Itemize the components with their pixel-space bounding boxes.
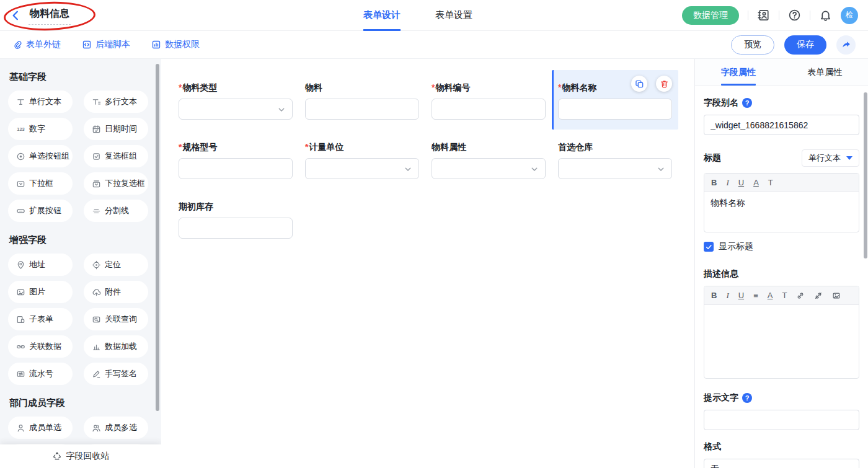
sidebar-item-number[interactable]: 数字 (8, 118, 73, 140)
preview-button[interactable]: 预览 (731, 35, 774, 55)
field-library-sidebar: 基础字段 单行文本 多行文本 数字 日期时间 单选按钮组 复选框组 下拉框 下拉… (0, 59, 161, 468)
back-button[interactable] (10, 9, 22, 22)
form-external-link[interactable]: 表单外链 (12, 39, 61, 50)
font-color-icon[interactable]: A (768, 291, 773, 299)
text-input-control[interactable] (179, 158, 293, 179)
sidebar-item-multi-line-text[interactable]: 多行文本 (84, 91, 148, 113)
text-input-control[interactable] (305, 99, 419, 120)
align-icon[interactable]: ≡ (753, 291, 758, 299)
sidebar-item-single-line-text[interactable]: 单行文本 (8, 91, 73, 113)
title-row: 标题 单行文本 (704, 149, 859, 167)
insert-image-icon[interactable] (832, 291, 841, 300)
delete-field-button[interactable] (656, 76, 672, 92)
sidebar-scrollbar[interactable] (156, 64, 159, 411)
help-icon[interactable] (788, 9, 801, 22)
title-editor-content[interactable]: 物料名称 (704, 192, 859, 232)
contacts-book-icon[interactable] (757, 9, 770, 22)
help-question-icon[interactable]: ? (742, 98, 752, 108)
form-field-material-type[interactable]: *物料类型 (172, 70, 299, 130)
sidebar-item-location[interactable]: 定位 (84, 254, 148, 276)
backend-script-link[interactable]: 后端脚本 (82, 39, 130, 50)
select-control[interactable] (179, 99, 293, 120)
tab-form-settings[interactable]: 表单设置 (435, 0, 472, 31)
remove-link-icon[interactable] (814, 291, 823, 300)
sidebar-item-lookup[interactable]: 关联查询 (84, 308, 148, 330)
form-field-spec-model[interactable]: *规格型号 (172, 130, 299, 189)
font-color-icon[interactable]: A (753, 179, 759, 187)
select-control[interactable] (558, 158, 672, 179)
hint-text-input[interactable] (704, 410, 859, 430)
sidebar-item-member-single[interactable]: 成员单选 (8, 417, 73, 439)
text-input-control[interactable] (558, 99, 672, 120)
font-size-icon[interactable]: T (768, 179, 773, 187)
select-control[interactable] (432, 158, 546, 179)
save-button[interactable]: 保存 (784, 35, 826, 55)
data-manage-button[interactable]: 数据管理 (682, 6, 739, 25)
italic-icon[interactable]: I (726, 291, 728, 299)
underline-icon[interactable]: U (738, 291, 744, 299)
tab-field-properties[interactable]: 字段属性 (695, 59, 782, 86)
user-avatar[interactable]: 检 (841, 7, 858, 24)
page-title[interactable]: 物料信息 (29, 6, 71, 25)
sidebar-item-extend-button[interactable]: 扩展按钮 (8, 200, 73, 222)
location-icon (92, 260, 101, 270)
italic-icon[interactable]: I (726, 179, 728, 187)
font-size-icon[interactable]: T (782, 291, 787, 299)
sidebar-item-image[interactable]: 图片 (8, 281, 73, 303)
bold-icon[interactable]: B (711, 291, 717, 299)
form-field-unit[interactable]: *计量单位 (299, 130, 425, 189)
required-mark: * (305, 142, 308, 152)
duplicate-field-button[interactable] (631, 76, 647, 92)
form-grid: *物料类型 物料 *物料编号 *物料名称 (172, 70, 694, 249)
show-title-checkbox[interactable] (704, 242, 714, 252)
field-recycle-bin[interactable]: 字段回收站 (0, 444, 161, 468)
form-field-material-attr[interactable]: 物料属性 (425, 130, 552, 189)
field-type-dropdown[interactable]: 单行文本 (802, 149, 859, 167)
description-editor-content[interactable] (704, 305, 859, 378)
sidebar-item-serial-number[interactable]: 流水号 (8, 363, 73, 385)
field-label: 期初库存 (179, 200, 293, 213)
insert-link-icon[interactable] (796, 291, 805, 300)
sidebar-item-datetime[interactable]: 日期时间 (84, 118, 148, 140)
form-field-material-name-selected[interactable]: *物料名称 (552, 70, 678, 130)
form-field-material-code[interactable]: *物料编号 (425, 70, 552, 130)
data-load-icon (92, 342, 101, 351)
sidebar-item-checkbox-group[interactable]: 复选框组 (84, 145, 148, 167)
title-rich-editor: B I U A T 物料名称 (704, 173, 859, 232)
sidebar-item-address[interactable]: 地址 (8, 254, 73, 276)
form-canvas[interactable]: *物料类型 物料 *物料编号 *物料名称 (161, 59, 694, 468)
select-control[interactable] (305, 158, 419, 179)
sidebar-item-attachment[interactable]: 附件 (84, 281, 148, 303)
form-field-material[interactable]: 物料 (299, 70, 425, 130)
sidebar-item-subform[interactable]: 子表单 (8, 308, 73, 330)
form-field-preferred-warehouse[interactable]: 首选仓库 (552, 130, 678, 189)
sidebar-item-linked-data[interactable]: 关联数据 (8, 335, 73, 358)
data-permission-link[interactable]: 数据权限 (151, 39, 200, 50)
text-input-control[interactable] (432, 99, 546, 120)
sidebar-item-select[interactable]: 下拉框 (8, 172, 73, 195)
notification-bell-icon[interactable] (819, 9, 832, 22)
field-alias-input[interactable] (704, 115, 859, 135)
bold-icon[interactable]: B (711, 179, 717, 187)
underline-icon[interactable]: U (738, 179, 744, 187)
recycle-icon (52, 451, 62, 461)
sidebar-item-radio-group[interactable]: 单选按钮组 (8, 145, 73, 167)
tab-form-properties[interactable]: 表单属性 (782, 59, 868, 86)
panel-scrollbar[interactable] (864, 92, 867, 258)
chevron-down-icon (843, 465, 853, 468)
sidebar-item-signature[interactable]: 手写签名 (84, 363, 148, 385)
lookup-icon (92, 315, 101, 324)
sidebar-item-multi-select[interactable]: 下拉复选框 (84, 172, 148, 195)
sidebar-item-divider[interactable]: 分割线 (84, 200, 148, 222)
title-label: 标题 (704, 152, 721, 164)
format-select[interactable]: 无 (704, 459, 859, 468)
sidebar-item-member-multi[interactable]: 成员多选 (84, 417, 148, 439)
required-mark: * (179, 82, 182, 92)
toolbar-actions: 预览 保存 (731, 35, 856, 55)
sidebar-item-data-load[interactable]: 数据加载 (84, 335, 148, 358)
help-question-icon[interactable]: ? (742, 393, 752, 403)
share-button[interactable] (836, 35, 856, 55)
text-input-control[interactable] (179, 218, 293, 239)
form-field-initial-stock[interactable]: 期初库存 (172, 189, 299, 249)
tab-form-design[interactable]: 表单设计 (363, 0, 401, 31)
